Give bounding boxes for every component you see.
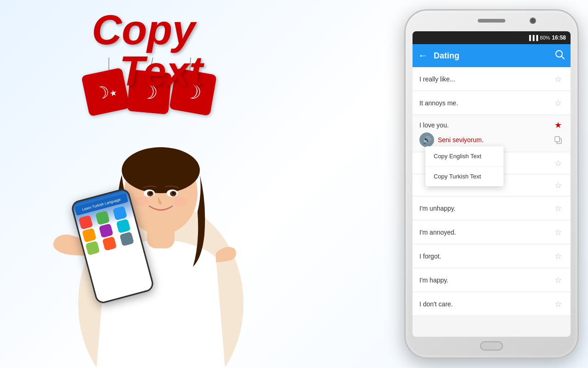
- svg-point-11: [149, 192, 152, 195]
- app-icon-5: [99, 224, 113, 238]
- copy-word: Copy: [92, 9, 203, 51]
- left-section: Copy Text ☽★ ☽ ☽: [0, 0, 322, 368]
- list-item-1[interactable]: I really like... ☆: [413, 67, 571, 91]
- list-item-2-star[interactable]: ☆: [553, 98, 564, 109]
- copy-turkish-text-option[interactable]: Copy Turkish Text: [425, 167, 503, 186]
- svg-line-16: [561, 56, 564, 59]
- search-button[interactable]: [555, 50, 565, 62]
- list-item-10-star[interactable]: ☆: [553, 299, 564, 310]
- copy-svg-icon: [554, 136, 562, 144]
- list-item-4-star[interactable]: ☆: [553, 158, 564, 169]
- list-item-5-star[interactable]: ☆: [553, 180, 564, 191]
- expanded-english-text: I love you.: [419, 121, 553, 129]
- app-icon-8: [102, 236, 117, 251]
- list-item-8[interactable]: I forgot. ☆: [413, 244, 571, 268]
- svg-point-14: [173, 197, 187, 206]
- list-item-3[interactable]: I love you. ★ 🔊 Seni seviyorum.: [413, 115, 571, 152]
- turkish-translation-text: Seni seviyorum.: [438, 136, 553, 144]
- svg-rect-18: [555, 137, 560, 142]
- app-icon-2: [96, 211, 110, 225]
- list-item-2-text: It annoys me.: [419, 99, 553, 107]
- list-item-8-text: I forgot.: [419, 253, 553, 260]
- expanded-turkish-row: 🔊 Seni seviyorum.: [419, 132, 564, 147]
- list-item-8-star[interactable]: ☆: [553, 251, 564, 262]
- phone-home-button[interactable]: [480, 341, 503, 351]
- signal-icon: ▐▐▐: [527, 35, 538, 40]
- context-menu: Copy English Text Copy Turkish Text: [425, 146, 503, 186]
- status-bar: ▐▐▐ 80% 16:58: [413, 31, 571, 44]
- list-item-7-star[interactable]: ☆: [553, 227, 564, 238]
- svg-point-13: [135, 197, 148, 206]
- list-item-3-star[interactable]: ★: [553, 120, 564, 131]
- list-item-2[interactable]: It annoys me. ☆: [413, 91, 571, 115]
- phone-shell: ▐▐▐ 80% 16:58 ← Dating: [404, 9, 579, 359]
- phone-screen: ▐▐▐ 80% 16:58 ← Dating: [413, 31, 571, 337]
- list-item-6[interactable]: I'm unhappy. ☆: [413, 196, 571, 220]
- copy-english-text-option[interactable]: Copy English Text: [425, 146, 503, 167]
- time-display: 16:58: [552, 34, 566, 41]
- list-item-7[interactable]: I'm annoyed. ☆: [413, 220, 571, 244]
- copy-text-heading: Copy Text: [92, 9, 203, 92]
- app-icon-4: [82, 228, 96, 242]
- list-item-1-text: I really like...: [419, 75, 553, 83]
- list-item-9[interactable]: I'm happy. ☆: [413, 268, 571, 292]
- list-item-9-text: I'm happy.: [419, 276, 553, 284]
- app-icon-9: [119, 232, 134, 247]
- phone-speaker: [478, 19, 505, 23]
- status-icons: ▐▐▐ 80% 16:58: [527, 34, 566, 41]
- list-item-6-text: I'm unhappy.: [419, 205, 553, 212]
- list-container: I really like... ☆ It annoys me. ☆ I lov…: [413, 67, 571, 316]
- speaker-icon: 🔊: [422, 136, 431, 144]
- list-item-1-star[interactable]: ☆: [553, 74, 564, 85]
- expanded-english-row: I love you. ★: [419, 120, 564, 131]
- list-item-10[interactable]: I don't care. ☆: [413, 292, 571, 316]
- toolbar-title: Dating: [434, 51, 549, 61]
- phone-camera: [530, 17, 536, 24]
- battery-icon: 80%: [540, 35, 550, 40]
- back-button[interactable]: ←: [418, 50, 428, 62]
- app-icon-6: [116, 219, 130, 234]
- app-icon-7: [85, 241, 100, 255]
- copy-icon[interactable]: [553, 134, 564, 145]
- app-toolbar: ← Dating: [413, 44, 571, 67]
- phone-mockup-container: ▐▐▐ 80% 16:58 ← Dating: [404, 9, 579, 359]
- app-icon-3: [113, 206, 127, 221]
- svg-point-12: [172, 192, 175, 195]
- list-item-10-text: I don't care.: [419, 300, 553, 308]
- app-icon-1: [79, 215, 93, 230]
- speaker-button[interactable]: 🔊: [419, 132, 434, 147]
- list-item-6-star[interactable]: ☆: [553, 203, 564, 214]
- list-item-7-text: I'm annoyed.: [419, 229, 553, 236]
- text-word: Text: [119, 51, 203, 92]
- search-icon: [555, 50, 565, 60]
- list-item-9-star[interactable]: ☆: [553, 275, 564, 286]
